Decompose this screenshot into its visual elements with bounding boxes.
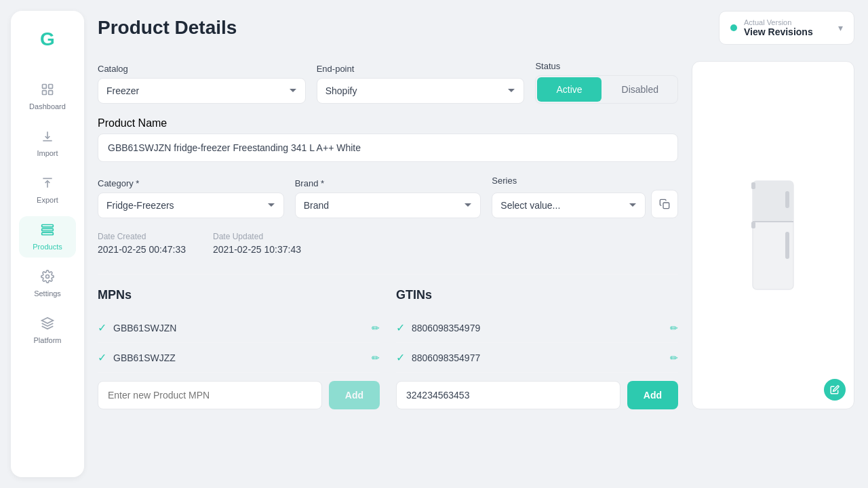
mpn-value-1: GBB61SWJZZ (113, 352, 176, 363)
product-name-input[interactable] (98, 134, 678, 162)
gtin-edit-button-0[interactable]: ✏ (670, 323, 678, 333)
svg-rect-3 (49, 91, 53, 95)
mpn-add-button[interactable]: Add (329, 381, 380, 409)
sidebar-item-dashboard-label: Dashboard (29, 102, 66, 110)
mpns-column: MPNs ✓ GBB61SWJZN ✏ ✓ GBB61SWJZZ ✏ (98, 288, 380, 409)
chevron-down-icon: ▾ (838, 22, 843, 33)
gtin-item-1: ✓ 8806098354977 ✏ (396, 343, 678, 373)
svg-rect-8 (663, 203, 669, 209)
product-name-group: Product Name (98, 117, 678, 162)
sidebar-item-export[interactable]: Export (19, 169, 76, 211)
brand-label: Brand * (295, 178, 481, 188)
sidebar-item-dashboard[interactable]: Dashboard (19, 76, 76, 117)
series-group: Series Select value... (492, 176, 678, 218)
dates-row: Date Created 2021-02-25 00:47:33 Date Up… (98, 232, 678, 255)
series-copy-button[interactable] (651, 190, 678, 218)
catalog-select[interactable]: Freezer (98, 78, 306, 104)
product-image (739, 174, 807, 296)
status-disabled-button[interactable]: Disabled (603, 76, 677, 103)
status-toggle: Active Disabled (535, 75, 678, 104)
endpoint-group: End-point Shopify (317, 64, 525, 104)
sidebar-item-settings[interactable]: Settings (19, 263, 76, 304)
mpn-value-0: GBB61SWJZN (113, 323, 176, 333)
image-placeholder (692, 62, 854, 409)
products-icon (41, 223, 54, 240)
product-form: Catalog Freezer End-point Shopify Status… (98, 61, 678, 409)
brand-select[interactable]: Brand (295, 192, 481, 218)
gtin-edit-button-1[interactable]: ✏ (670, 352, 678, 363)
endpoint-select[interactable]: Shopify (317, 78, 525, 104)
product-name-label: Product Name (98, 117, 678, 129)
mpn-item-0-left: ✓ GBB61SWJZN (98, 321, 176, 334)
gtin-check-icon-1: ✓ (396, 351, 405, 364)
date-created-value: 2021-02-25 00:47:33 (98, 244, 186, 255)
gtins-title: GTINs (396, 288, 678, 302)
mpn-check-icon-1: ✓ (98, 351, 106, 364)
page-header: Product Details Actual Version View Revi… (98, 11, 854, 45)
page-title: Product Details (98, 17, 237, 39)
gtin-value-1: 8806098354977 (412, 352, 480, 363)
svg-point-7 (46, 275, 50, 279)
svg-rect-6 (42, 232, 54, 235)
gtin-input[interactable] (396, 381, 620, 409)
mpn-item-1: ✓ GBB61SWJZZ ✏ (98, 343, 380, 373)
product-image-panel (692, 61, 854, 409)
date-updated-value: 2021-02-25 10:37:43 (213, 244, 301, 255)
sidebar-item-import-label: Import (37, 149, 58, 157)
svg-rect-13 (785, 232, 789, 259)
image-edit-button[interactable] (824, 379, 846, 401)
endpoint-label: End-point (317, 64, 525, 74)
category-select[interactable]: Fridge-Freezers (98, 192, 284, 218)
platform-icon (41, 317, 54, 333)
mpn-add-row: Add (98, 381, 380, 409)
mpn-item-1-left: ✓ GBB61SWJZZ (98, 351, 176, 364)
mpn-item-0: ✓ GBB61SWJZN ✏ (98, 313, 380, 343)
content-area: Catalog Freezer End-point Shopify Status… (98, 61, 854, 409)
date-created-group: Date Created 2021-02-25 00:47:33 (98, 232, 186, 255)
gtin-item-0-left: ✓ 8806098354979 (396, 321, 480, 334)
sidebar-nav: Dashboard Import Export Products Setting… (11, 76, 84, 351)
mpn-input[interactable] (98, 381, 322, 409)
gtin-add-button[interactable]: Add (627, 381, 678, 409)
gtin-value-0: 8806098354979 (412, 323, 480, 333)
version-label: Actual Version (744, 18, 831, 26)
sidebar-item-platform-label: Platform (34, 336, 62, 344)
sidebar-item-platform[interactable]: Platform (19, 310, 76, 351)
category-label: Category * (98, 178, 284, 188)
sidebar-item-products[interactable]: Products (19, 216, 76, 258)
version-text: Actual Version View Revisions (744, 18, 831, 37)
svg-rect-0 (43, 85, 47, 89)
brand-group: Brand * Brand (295, 178, 481, 218)
sidebar-item-import[interactable]: Import (19, 123, 76, 164)
version-dropdown[interactable]: Actual Version View Revisions ▾ (719, 11, 854, 45)
sidebar-item-export-label: Export (37, 196, 58, 204)
export-icon (41, 176, 54, 193)
svg-rect-14 (751, 182, 755, 189)
mpn-edit-button-0[interactable]: ✏ (372, 323, 380, 333)
version-status-dot (730, 24, 737, 31)
gtin-item-1-left: ✓ 8806098354977 (396, 351, 480, 364)
status-label: Status (535, 61, 678, 71)
sidebar: G Dashboard Import Export Products (11, 11, 84, 477)
svg-rect-1 (49, 85, 53, 89)
mpn-edit-button-1[interactable]: ✏ (372, 352, 380, 363)
svg-rect-5 (42, 228, 54, 230)
series-with-button: Select value... (492, 190, 678, 218)
svg-rect-15 (751, 222, 755, 228)
main-content: Product Details Actual Version View Revi… (84, 0, 868, 488)
catalog-label: Catalog (98, 64, 306, 74)
date-updated-label: Date Updated (213, 232, 301, 241)
status-group: Status Active Disabled (535, 61, 678, 104)
catalog-group: Catalog Freezer (98, 64, 306, 104)
gtin-check-icon-0: ✓ (396, 321, 405, 334)
date-updated-group: Date Updated 2021-02-25 10:37:43 (213, 232, 301, 255)
import-icon (41, 129, 54, 146)
lists-section: MPNs ✓ GBB61SWJZN ✏ ✓ GBB61SWJZZ ✏ (98, 288, 678, 409)
status-active-button[interactable]: Active (537, 77, 601, 102)
category-group: Category * Fridge-Freezers (98, 178, 284, 218)
series-select[interactable]: Select value... (492, 192, 646, 218)
gtins-column: GTINs ✓ 8806098354979 ✏ ✓ 8806098354977 (396, 288, 678, 409)
mpn-check-icon-0: ✓ (98, 321, 106, 334)
catalog-row: Catalog Freezer End-point Shopify Status… (98, 61, 678, 104)
series-label: Series (492, 176, 678, 186)
